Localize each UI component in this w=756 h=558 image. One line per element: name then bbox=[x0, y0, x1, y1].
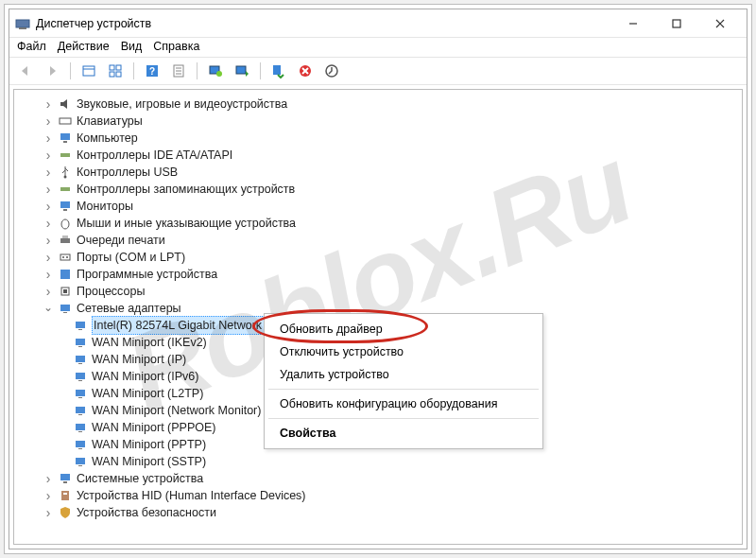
svg-rect-8 bbox=[110, 65, 114, 70]
chevron-right-icon[interactable] bbox=[43, 266, 54, 283]
menu-view[interactable]: Вид bbox=[121, 40, 143, 53]
toolbar-icon[interactable] bbox=[321, 61, 342, 81]
tree-node[interactable]: WAN Miniport (SSTP) bbox=[16, 453, 740, 470]
svg-rect-51 bbox=[76, 373, 85, 379]
chevron-right-icon[interactable] bbox=[43, 283, 54, 300]
svg-rect-42 bbox=[63, 289, 67, 293]
svg-rect-60 bbox=[78, 448, 82, 449]
svg-rect-21 bbox=[273, 65, 281, 75]
svg-rect-27 bbox=[60, 133, 70, 140]
monitor-icon bbox=[58, 199, 73, 214]
tree-node[interactable]: Компьютер bbox=[16, 130, 740, 147]
scan-hardware-icon[interactable] bbox=[205, 61, 226, 81]
tree-label: Очереди печати bbox=[77, 232, 165, 249]
tree-node[interactable]: Процессоры bbox=[16, 283, 740, 300]
ide-icon bbox=[58, 148, 73, 163]
chevron-right-icon[interactable] bbox=[43, 232, 54, 249]
network-icon bbox=[73, 420, 88, 435]
chevron-down-icon[interactable] bbox=[43, 300, 54, 317]
ctx-scan-hardware[interactable]: Обновить конфигурацию оборудования bbox=[265, 392, 542, 415]
svg-rect-43 bbox=[60, 305, 70, 311]
tree-label: Сетевые адаптеры bbox=[77, 300, 181, 317]
menu-file[interactable]: Файл bbox=[17, 40, 46, 53]
chevron-right-icon[interactable] bbox=[43, 164, 54, 181]
svg-point-30 bbox=[64, 176, 67, 179]
svg-rect-62 bbox=[78, 465, 82, 466]
tree-node[interactable]: Устройства HID (Human Interface Devices) bbox=[16, 487, 740, 504]
chevron-right-icon[interactable] bbox=[43, 181, 54, 198]
forward-button[interactable] bbox=[42, 61, 62, 81]
tree-node[interactable]: Системные устройства bbox=[16, 470, 740, 487]
chevron-right-icon[interactable] bbox=[43, 470, 54, 487]
svg-rect-44 bbox=[63, 312, 67, 313]
chevron-right-icon[interactable] bbox=[43, 113, 54, 130]
network-icon bbox=[73, 437, 88, 452]
toolbar-icon[interactable] bbox=[105, 61, 126, 81]
audio-icon bbox=[58, 96, 73, 112]
keyboard-icon bbox=[58, 113, 73, 129]
update-driver-icon[interactable] bbox=[232, 61, 252, 81]
toolbar-icon[interactable] bbox=[78, 61, 99, 81]
uninstall-device-icon[interactable] bbox=[295, 61, 316, 81]
svg-rect-50 bbox=[78, 363, 82, 364]
menu-action[interactable]: Действие bbox=[58, 40, 110, 53]
svg-rect-6 bbox=[83, 66, 94, 76]
help-icon[interactable]: ? bbox=[142, 61, 163, 81]
tree-node[interactable]: Мыши и иные указывающие устройства bbox=[16, 215, 740, 232]
tree-node[interactable]: Очереди печати bbox=[16, 232, 740, 249]
port-icon bbox=[58, 250, 73, 265]
security-icon bbox=[58, 505, 73, 520]
svg-rect-20 bbox=[236, 66, 246, 74]
ctx-separator bbox=[268, 418, 539, 419]
tree-node[interactable]: Программные устройства bbox=[16, 266, 740, 283]
ctx-disable-device[interactable]: Отключить устройство bbox=[265, 340, 542, 363]
tree-pane: Звуковые, игровые и видеоустройства Клав… bbox=[13, 89, 743, 545]
network-icon bbox=[73, 403, 88, 418]
svg-rect-26 bbox=[60, 118, 71, 124]
tree-node[interactable]: Контроллеры IDE ATA/ATAPI bbox=[16, 147, 740, 164]
toolbar: ? bbox=[9, 57, 747, 85]
tree-node[interactable]: Контроллеры USB bbox=[16, 164, 740, 181]
svg-rect-48 bbox=[78, 346, 82, 347]
chevron-right-icon[interactable] bbox=[43, 215, 54, 232]
maximize-button[interactable] bbox=[656, 11, 697, 36]
chevron-right-icon[interactable] bbox=[43, 198, 54, 215]
chevron-right-icon[interactable] bbox=[43, 130, 54, 147]
network-icon bbox=[73, 335, 88, 350]
tree-node[interactable]: Контроллеры запоминающих устройств bbox=[16, 181, 740, 198]
chevron-right-icon[interactable] bbox=[43, 504, 54, 521]
svg-rect-61 bbox=[76, 458, 85, 464]
tree-node[interactable]: Клавиатуры bbox=[16, 113, 740, 130]
tree-label: WAN Miniport (Network Monitor) bbox=[92, 402, 261, 419]
mouse-icon bbox=[58, 216, 73, 231]
close-button[interactable] bbox=[699, 11, 741, 36]
chevron-right-icon[interactable] bbox=[43, 96, 54, 113]
tree-node[interactable]: Устройства безопасности bbox=[16, 504, 740, 521]
chevron-right-icon[interactable] bbox=[43, 487, 54, 504]
svg-rect-0 bbox=[16, 20, 29, 27]
svg-rect-52 bbox=[78, 380, 82, 381]
back-button[interactable] bbox=[15, 61, 36, 81]
tree-node[interactable]: Звуковые, игровые и видеоустройства bbox=[16, 96, 740, 113]
menu-help[interactable]: Справка bbox=[153, 40, 199, 53]
tree-node[interactable]: Порты (COM и LPT) bbox=[16, 249, 740, 266]
svg-rect-55 bbox=[76, 407, 85, 413]
svg-rect-46 bbox=[78, 329, 82, 330]
ctx-uninstall-device[interactable]: Удалить устройство bbox=[265, 363, 542, 386]
svg-point-34 bbox=[61, 219, 69, 229]
toolbar-sep bbox=[70, 62, 71, 79]
properties-icon[interactable] bbox=[168, 61, 189, 81]
tree-node[interactable]: Мониторы bbox=[16, 198, 740, 215]
ctx-update-driver[interactable]: Обновить драйвер bbox=[265, 318, 542, 340]
tree-label: Мониторы bbox=[77, 198, 133, 215]
chevron-right-icon[interactable] bbox=[43, 147, 54, 164]
storage-icon bbox=[58, 182, 73, 197]
ctx-properties[interactable]: Свойства bbox=[265, 422, 542, 445]
disable-device-icon[interactable] bbox=[268, 61, 289, 81]
chevron-right-icon[interactable] bbox=[43, 249, 54, 266]
svg-point-38 bbox=[62, 256, 64, 258]
svg-rect-3 bbox=[673, 20, 680, 27]
svg-rect-9 bbox=[116, 65, 121, 70]
minimize-button[interactable] bbox=[612, 11, 654, 36]
tree-label: Звуковые, игровые и видеоустройства bbox=[77, 96, 287, 113]
